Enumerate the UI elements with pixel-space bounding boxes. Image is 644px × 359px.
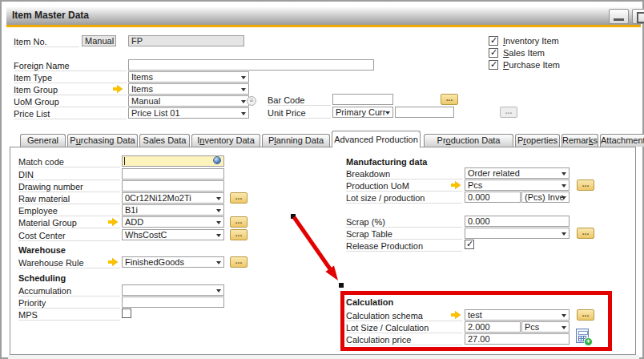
tab-planning-data[interactable]: Planning Data	[262, 134, 330, 147]
item-type-combo[interactable]: Items	[128, 71, 249, 83]
calculation-schema-combo[interactable]: test	[465, 309, 570, 321]
foreign-name-field[interactable]	[128, 59, 374, 71]
uom-group-detail-icon[interactable]: ≡	[247, 96, 256, 106]
bar-code-label: Bar Code	[268, 95, 331, 106]
minimize-button[interactable]	[609, 9, 629, 24]
item-no-field[interactable]: FP	[128, 35, 244, 46]
foreign-name-label: Foreign Name	[14, 61, 127, 71]
cost-center-label: Cost Center	[18, 231, 120, 241]
tab-attachments[interactable]: Attachments	[600, 134, 644, 147]
calculation-schema-link-arrow-icon[interactable]	[451, 311, 461, 320]
scrap-percent-field[interactable]: 0.000	[465, 216, 570, 227]
scrap-table-combo[interactable]	[465, 228, 570, 239]
lot-size-production-label: Lot size / production	[346, 193, 462, 204]
mps-checkbox[interactable]	[122, 309, 131, 318]
price-list-combo[interactable]: Price List 01	[128, 107, 249, 119]
inventory-item-label: Inventory Item	[503, 36, 559, 46]
calculation-price-label: Calculation price	[346, 335, 462, 345]
uom-group-combo[interactable]: Manual	[128, 95, 249, 107]
lot-size-calculation-uom-combo[interactable]: Pcs	[521, 321, 570, 333]
scrap-table-label: Scrap Table	[346, 229, 462, 240]
sales-item-label: Sales Item	[503, 48, 545, 58]
price-list-label: Price List	[14, 109, 127, 119]
tab-sales-data[interactable]: Sales Data	[139, 134, 190, 147]
tab-purchasing-data[interactable]: Purchasing Data	[67, 134, 138, 147]
panel-bottom-margin	[8, 355, 639, 359]
minimize-icon	[614, 18, 624, 21]
material-group-combo[interactable]: ADD	[122, 216, 224, 228]
item-no-series-field[interactable]: Manual	[82, 35, 116, 46]
currency-combo[interactable]: Primary Curr	[332, 107, 393, 118]
lot-size-production-field[interactable]: 0.000	[465, 192, 521, 203]
release-production-checkbox[interactable]	[465, 240, 474, 249]
manufacturing-data-section-header: Manufacturing data	[346, 157, 427, 167]
item-group-link-arrow-icon[interactable]	[113, 85, 123, 94]
warehouse-section-header: Warehouse	[18, 245, 66, 255]
production-uom-link-arrow-icon[interactable]	[451, 181, 461, 190]
tab-general[interactable]: General	[20, 134, 66, 147]
calculation-schema-label: Calculation schema	[346, 311, 462, 321]
raw-material-combo[interactable]: 0Cr12Ni12Mo2Ti	[122, 192, 224, 204]
match-code-label: Match code	[18, 157, 120, 167]
purchase-item-label: Purchase Item	[503, 60, 560, 70]
release-production-label: Release Production	[346, 241, 462, 252]
mps-label: MPS	[18, 310, 120, 321]
tab-advanced-production[interactable]: Advanced Production	[332, 131, 421, 147]
item-master-data-window: Item Master Data Item No. Manual FP Inve…	[0, 0, 644, 359]
warehouse-rule-browse-button[interactable]: ...	[230, 256, 248, 268]
raw-material-label: Raw material	[18, 194, 120, 204]
bar-code-field[interactable]	[332, 94, 393, 105]
calculation-price-field[interactable]: 27.00	[465, 333, 570, 345]
calculation-schema-browse-button[interactable]: ...	[577, 309, 594, 321]
title-accent-bar	[6, 25, 641, 27]
breakdown-label: Breakdown	[346, 169, 462, 180]
scrap-percent-label: Scrap (%)	[346, 217, 462, 228]
plus-badge-icon	[584, 337, 593, 346]
uom-group-label: UoM Group	[14, 97, 127, 107]
tab-inventory-data[interactable]: Inventory Data	[191, 134, 260, 147]
material-group-link-arrow-icon[interactable]	[108, 218, 119, 227]
bar-code-browse-button[interactable]: ...	[441, 94, 458, 105]
tab-remarks[interactable]: Remarks	[561, 134, 598, 147]
purchase-item-checkbox[interactable]	[489, 60, 498, 70]
priority-label: Priority	[18, 298, 120, 309]
din-field[interactable]	[122, 168, 224, 180]
warehouse-rule-link-arrow-icon[interactable]	[108, 258, 119, 267]
unit-price-browse-button[interactable]: ...	[500, 107, 517, 118]
globe-translate-icon[interactable]	[213, 156, 221, 164]
scrap-table-browse-button[interactable]: ...	[577, 228, 594, 239]
drawing-number-field[interactable]	[122, 180, 224, 192]
production-uom-label: Production UoM	[346, 181, 462, 192]
raw-material-browse-button[interactable]: ...	[230, 192, 248, 204]
drawing-number-label: Drawing number	[18, 182, 120, 192]
item-type-label: Item Type	[14, 73, 127, 83]
material-group-label: Material Group	[18, 218, 120, 228]
employee-combo[interactable]: B1i	[122, 204, 224, 216]
breakdown-combo[interactable]: Order related	[465, 167, 570, 179]
accumulation-combo[interactable]	[122, 284, 224, 296]
unit-price-field[interactable]	[395, 107, 454, 118]
employee-label: Employee	[18, 206, 120, 216]
cost-center-browse-button[interactable]: ...	[230, 229, 248, 240]
sales-item-checkbox[interactable]	[489, 48, 498, 58]
maximize-button[interactable]	[632, 9, 644, 24]
tab-production-data[interactable]: Production Data	[424, 134, 513, 147]
accumulation-label: Accumulation	[18, 286, 120, 296]
warehouse-rule-combo[interactable]: FinishedGoods	[122, 256, 224, 268]
production-uom-browse-button[interactable]: ...	[577, 180, 594, 191]
lot-size-calculation-field[interactable]: 2.000	[465, 321, 521, 333]
calculator-add-icon[interactable]	[575, 329, 593, 346]
lot-size-production-uom-combo[interactable]: (Pcs) Inve	[521, 192, 570, 203]
window-titlebar[interactable]: Item Master Data	[6, 6, 641, 25]
item-group-combo[interactable]: Items	[128, 83, 249, 95]
tab-properties[interactable]: Properties	[515, 134, 560, 147]
production-uom-combo[interactable]: Pcs	[465, 180, 570, 191]
match-code-field[interactable]	[122, 155, 224, 167]
item-group-label: Item Group	[14, 85, 127, 95]
inventory-item-checkbox[interactable]	[489, 36, 498, 46]
priority-field[interactable]	[122, 296, 224, 308]
cost-center-combo[interactable]: WhsCostC	[122, 229, 224, 240]
scheduling-section-header: Scheduling	[18, 273, 66, 283]
material-group-browse-button[interactable]: ...	[230, 216, 248, 228]
calculation-section-header: Calculation	[346, 297, 393, 307]
